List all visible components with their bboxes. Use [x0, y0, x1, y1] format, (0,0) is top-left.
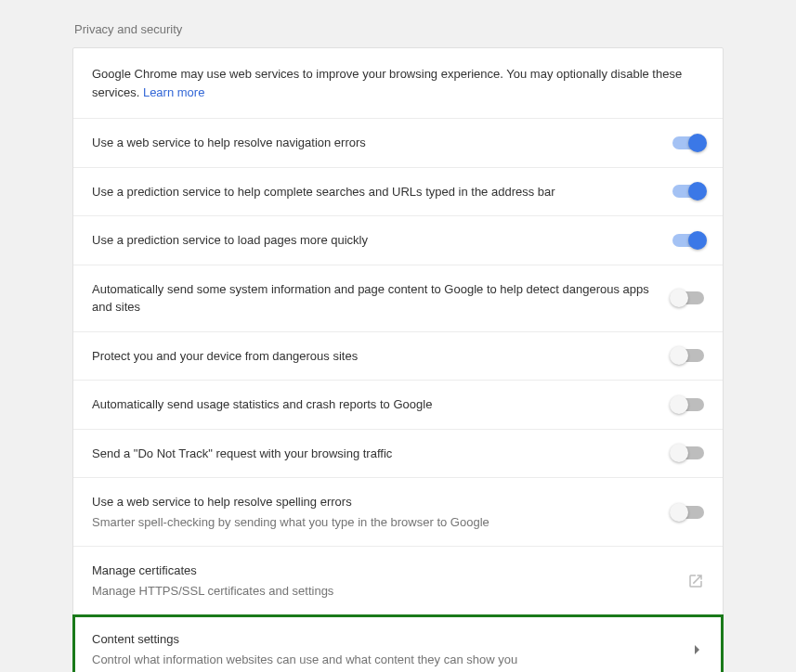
setting-row-protect-you-and-your-device-from-dangero: Protect you and your device from dangero…	[73, 332, 723, 381]
row-text: Use a prediction service to help complet…	[92, 183, 672, 201]
setting-row-content-settings[interactable]: Content settingsControl what information…	[73, 615, 723, 672]
row-label: Send a "Do Not Track" request with your …	[92, 445, 654, 463]
row-text: Use a web service to help resolve spelli…	[92, 493, 672, 531]
row-label: Use a web service to help resolve naviga…	[92, 134, 654, 152]
setting-row-send-a-do-not-track-request-with-your-br: Send a "Do Not Track" request with your …	[73, 430, 723, 479]
row-sublabel: Control what information websites can us…	[92, 651, 676, 669]
section-title: Privacy and security	[72, 22, 724, 36]
setting-row-use-a-prediction-service-to-load-pages-m: Use a prediction service to load pages m…	[73, 216, 723, 265]
setting-row-manage-certificates[interactable]: Manage certificatesManage HTTPS/SSL cert…	[73, 547, 723, 615]
row-text: Use a web service to help resolve naviga…	[92, 134, 672, 152]
row-text: Automatically send some system informati…	[92, 280, 672, 317]
row-sublabel: Smarter spell-checking by sending what y…	[92, 513, 654, 532]
row-label: Automatically send some system informati…	[92, 280, 654, 317]
toggle-send-a-do-not-track-request-with-your-br[interactable]	[672, 446, 704, 459]
setting-row-automatically-send-some-system-informati: Automatically send some system informati…	[73, 265, 723, 332]
setting-row-use-a-prediction-service-to-help-complet: Use a prediction service to help complet…	[73, 168, 723, 217]
toggle-use-a-prediction-service-to-help-complet[interactable]	[672, 185, 704, 198]
row-sublabel: Manage HTTPS/SSL certificates and settin…	[92, 582, 669, 601]
toggle-use-a-web-service-to-help-resolve-naviga[interactable]	[672, 136, 704, 149]
row-label: Protect you and your device from dangero…	[92, 347, 654, 366]
setting-row-automatically-send-usage-statistics-and-: Automatically send usage statistics and …	[73, 381, 723, 430]
toggle-use-a-web-service-to-help-resolve-spelli[interactable]	[672, 506, 704, 519]
setting-row-use-a-web-service-to-help-resolve-naviga: Use a web service to help resolve naviga…	[73, 119, 723, 168]
external-link-icon	[687, 573, 704, 589]
row-text: Content settingsControl what information…	[92, 630, 695, 668]
toggle-protect-you-and-your-device-from-dangero[interactable]	[672, 349, 704, 362]
row-text: Protect you and your device from dangero…	[92, 347, 672, 366]
row-text: Manage certificatesManage HTTPS/SSL cert…	[92, 562, 687, 600]
toggle-use-a-prediction-service-to-load-pages-m[interactable]	[672, 234, 704, 247]
intro-text: Google Chrome may use web services to im…	[73, 48, 723, 119]
row-label: Use a prediction service to help complet…	[92, 183, 654, 201]
row-label: Manage certificates	[92, 562, 669, 580]
row-text: Send a "Do Not Track" request with your …	[92, 445, 672, 463]
row-label: Use a web service to help resolve spelli…	[92, 493, 654, 511]
row-label: Use a prediction service to load pages m…	[92, 231, 654, 250]
setting-row-use-a-web-service-to-help-resolve-spelli: Use a web service to help resolve spelli…	[73, 478, 723, 547]
toggle-automatically-send-some-system-informati[interactable]	[672, 291, 704, 304]
toggle-automatically-send-usage-statistics-and-[interactable]	[672, 398, 704, 411]
learn-more-link[interactable]: Learn more	[143, 85, 204, 99]
chevron-right-icon	[695, 645, 700, 654]
row-text: Automatically send usage statistics and …	[92, 395, 672, 414]
row-label: Content settings	[92, 630, 676, 649]
row-text: Use a prediction service to load pages m…	[92, 231, 672, 250]
row-label: Automatically send usage statistics and …	[92, 395, 654, 414]
privacy-security-card: Google Chrome may use web services to im…	[72, 47, 724, 672]
